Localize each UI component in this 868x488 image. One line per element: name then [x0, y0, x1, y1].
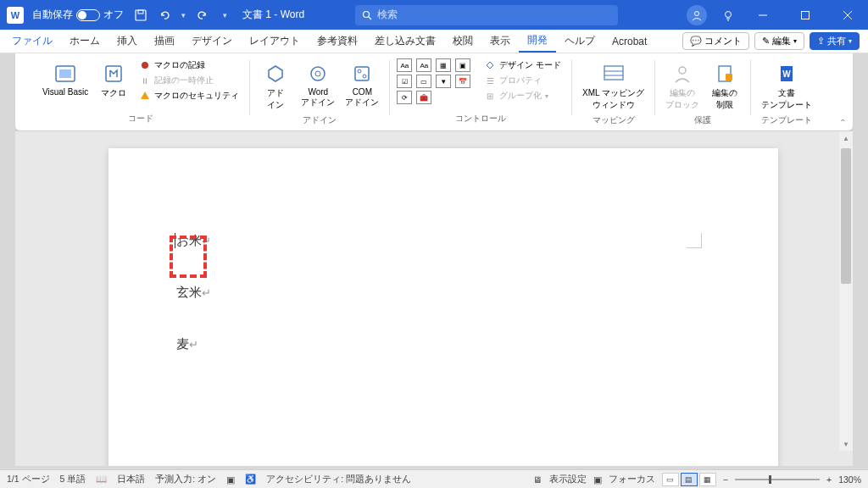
visual-basic-icon	[53, 62, 77, 86]
svg-text:W: W	[782, 69, 791, 79]
dropdown-control-icon[interactable]: ▼	[436, 75, 451, 88]
document-page[interactable]: お米↵ 玄米↵ 麦↵	[108, 148, 778, 466]
svg-point-17	[311, 67, 325, 80]
search-box[interactable]: 検索	[355, 5, 618, 25]
autosave-toggle[interactable]: 自動保存 オフ	[32, 8, 124, 22]
svg-rect-9	[802, 11, 810, 19]
tab-references[interactable]: 参考資料	[309, 30, 366, 52]
zoom-out-button[interactable]: −	[723, 474, 728, 485]
undo-dropdown-icon[interactable]: ▾	[181, 11, 186, 19]
comment-icon: 💬	[690, 36, 702, 47]
legacy-tools-icon[interactable]: 🧰	[416, 91, 431, 104]
display-settings-label[interactable]: 表示設定	[549, 474, 587, 485]
tab-help[interactable]: ヘルプ	[556, 30, 604, 52]
title-bar: W 自動保存 オフ ▾ ▾ 文書 1 - Word 検索	[0, 0, 868, 30]
read-mode-button[interactable]: ▭	[662, 473, 679, 486]
titlebar-right-icons	[687, 4, 861, 26]
autosave-label: 自動保存	[32, 8, 73, 22]
toggle-off-icon[interactable]	[76, 9, 100, 21]
svg-rect-19	[355, 67, 369, 80]
visual-basic-button[interactable]: Visual Basic	[39, 58, 92, 100]
plain-text-control-icon[interactable]: Aa	[416, 58, 431, 72]
maximize-button[interactable]	[792, 4, 819, 26]
group-button: ⊞グループ化 ▾	[481, 89, 565, 103]
group-label-code: コード	[128, 113, 153, 127]
vertical-scrollbar[interactable]: ▲ ▼	[839, 131, 853, 451]
tab-developer[interactable]: 開発	[519, 30, 556, 53]
document-line-3[interactable]: 麦↵	[176, 336, 710, 352]
design-mode-button[interactable]: デザイン モード	[481, 58, 565, 72]
document-line-2[interactable]: 玄米↵	[176, 285, 710, 301]
document-area: お米↵ 玄米↵ 麦↵ ▲ ▼	[15, 131, 853, 466]
restrict-editing-button[interactable]: 編集の 制限	[706, 58, 743, 114]
comment-button[interactable]: 💬コメント	[682, 32, 749, 50]
com-addins-button[interactable]: COM アドイン	[342, 58, 382, 112]
macros-button[interactable]: マクロ	[95, 58, 132, 103]
document-line-1[interactable]: お米↵	[176, 233, 710, 249]
combo-control-icon[interactable]: ▭	[416, 75, 431, 88]
svg-point-18	[315, 71, 320, 76]
xml-mapping-button[interactable]: XML マッピング ウィンドウ	[579, 58, 648, 114]
document-template-button[interactable]: W文書 テンプレート	[758, 58, 815, 114]
focus-label[interactable]: フォーカス	[609, 474, 655, 485]
macro-status-icon[interactable]: ▣	[226, 474, 235, 485]
record-macro-button[interactable]: マクロの記録	[136, 58, 242, 72]
undo-icon[interactable]	[158, 8, 171, 22]
tab-mailings[interactable]: 差し込み文書	[366, 30, 444, 52]
repeating-control-icon[interactable]: ⟳	[397, 91, 412, 104]
user-avatar-icon[interactable]	[687, 5, 707, 25]
word-addins-button[interactable]: Word アドイン	[298, 58, 338, 112]
checkbox-control-icon[interactable]: ☑	[397, 75, 412, 88]
spellcheck-icon[interactable]: 📖	[96, 474, 107, 485]
edit-mode-button[interactable]: ✎編集▾	[754, 32, 804, 50]
rich-text-control-icon[interactable]: Aa	[397, 58, 412, 72]
zoom-handle[interactable]	[769, 475, 771, 484]
tab-file[interactable]: ファイル	[3, 30, 61, 52]
accessibility-status[interactable]: アクセシビリティ: 問題ありません	[266, 474, 411, 485]
scroll-up-icon[interactable]: ▲	[839, 131, 853, 145]
tab-home[interactable]: ホーム	[61, 30, 108, 52]
tab-draw[interactable]: 描画	[146, 30, 183, 52]
chevron-down-icon: ▾	[849, 37, 852, 45]
zoom-slider[interactable]	[735, 479, 820, 480]
building-block-control-icon[interactable]: ▣	[455, 58, 470, 72]
block-authors-button[interactable]: 編集の ブロック	[662, 58, 703, 114]
redo-icon[interactable]	[196, 8, 209, 22]
search-icon	[362, 10, 372, 20]
tab-view[interactable]: 表示	[481, 30, 519, 52]
language-indicator[interactable]: 日本語	[117, 474, 145, 485]
display-settings-icon[interactable]: 🖥	[533, 474, 542, 485]
ribbon-group-addins: アド イン Word アドイン COM アドイン アドイン	[250, 55, 389, 130]
tab-review[interactable]: 校閲	[444, 30, 481, 52]
word-count[interactable]: 5 単語	[60, 474, 86, 485]
addins-button[interactable]: アド イン	[257, 58, 294, 114]
tab-insert[interactable]: 挿入	[108, 30, 146, 52]
qat-customize-icon[interactable]: ▾	[223, 11, 227, 19]
date-control-icon[interactable]: 📅	[455, 75, 470, 88]
predictive-input[interactable]: 予測入力: オン	[155, 474, 216, 485]
save-icon[interactable]	[134, 8, 147, 22]
group-label-protect: 保護	[694, 114, 711, 129]
picture-control-icon[interactable]: ▦	[436, 58, 451, 72]
print-layout-button[interactable]: ▤	[681, 473, 698, 486]
close-button[interactable]	[834, 4, 861, 26]
zoom-level[interactable]: 130%	[838, 474, 861, 485]
svg-line-3	[369, 17, 371, 19]
paragraph-mark-icon: ↵	[202, 286, 211, 299]
focus-icon[interactable]: ▣	[593, 474, 602, 485]
page-indicator[interactable]: 1/1 ページ	[7, 474, 50, 485]
ribbon-collapse-icon[interactable]: ⌃	[839, 118, 846, 127]
web-layout-button[interactable]: ▦	[699, 473, 716, 486]
share-button[interactable]: ⇪共有▾	[810, 32, 860, 50]
scrollbar-thumb[interactable]	[841, 148, 851, 284]
group-label-mapping: マッピング	[593, 114, 635, 129]
minimize-button[interactable]	[749, 4, 776, 26]
tab-acrobat[interactable]: Acrobat	[604, 32, 655, 51]
design-mode-icon	[484, 59, 496, 71]
tab-layout[interactable]: レイアウト	[241, 30, 309, 52]
zoom-in-button[interactable]: +	[826, 474, 832, 485]
macro-security-button[interactable]: マクロのセキュリティ	[136, 89, 242, 103]
tab-design[interactable]: デザイン	[183, 30, 241, 52]
lightbulb-icon[interactable]	[722, 9, 734, 21]
scroll-down-icon[interactable]: ▼	[839, 437, 853, 451]
